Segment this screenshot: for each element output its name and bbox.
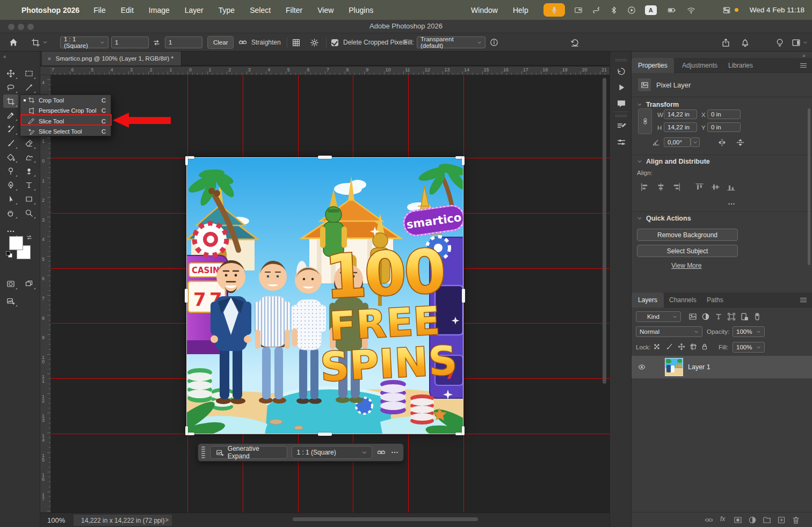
document-size-readout[interactable]: 14,222 in x 14,222 in (72 ppi) — [74, 515, 172, 526]
filter-pixel-layers-icon[interactable] — [688, 312, 697, 321]
home-screen-button[interactable] — [9, 38, 18, 47]
menu-plugins[interactable]: Plugins — [349, 6, 373, 14]
crop-handle-bottom-center[interactable] — [318, 433, 332, 436]
crop-handle-bottom-right-v[interactable] — [462, 426, 465, 435]
clear-button[interactable]: Clear — [207, 36, 234, 49]
search-icon[interactable] — [758, 38, 767, 47]
share-icon[interactable] — [721, 38, 730, 47]
lock-all-icon[interactable] — [701, 343, 708, 350]
properties-menu-icon[interactable] — [799, 61, 808, 70]
select-subject-button[interactable]: Select Subject — [637, 245, 738, 257]
remove-background-button[interactable]: Remove Background — [637, 229, 738, 241]
wifi-icon[interactable] — [687, 6, 695, 14]
tab-layers[interactable]: Layers — [632, 292, 664, 308]
discover-lightbulb-icon[interactable] — [775, 38, 784, 47]
crop-tool-preset-icon[interactable] — [31, 38, 40, 47]
dodge-tool[interactable] — [3, 164, 18, 178]
bluetooth-icon[interactable] — [610, 6, 618, 14]
notifications-bell-icon[interactable] — [741, 38, 750, 47]
vertical-scrollbar[interactable] — [603, 78, 606, 384]
horizontal-scrollbar[interactable] — [293, 517, 478, 521]
canvas-viewport[interactable]: CASINO 7 7 — [51, 75, 610, 513]
control-center-icon[interactable] — [722, 6, 731, 14]
menu-select[interactable]: Select — [250, 6, 271, 14]
foreground-color-swatch[interactable] — [9, 236, 23, 250]
align-middle-v-icon[interactable] — [711, 182, 720, 192]
canvas-image[interactable]: CASINO 7 7 — [187, 158, 463, 434]
tab-properties[interactable]: Properties — [632, 58, 674, 73]
crop-handle-bottom-left-v[interactable] — [185, 426, 188, 435]
zoom-level[interactable]: 100% — [47, 516, 65, 524]
microphone-status-button[interactable] — [543, 3, 565, 17]
tab-adjustments[interactable]: Adjustments — [676, 58, 724, 73]
burn-tool[interactable] — [21, 164, 37, 178]
blend-mode-select[interactable]: Normal — [636, 326, 702, 337]
generative-expand-button[interactable]: Generative Expand — [210, 446, 288, 459]
app-menu[interactable]: Photoshop 2026 — [21, 6, 79, 14]
filter-toggle-icon[interactable] — [753, 312, 762, 321]
add-mask-icon[interactable] — [734, 516, 742, 524]
menubar-clock[interactable]: Wed 4 Feb 11:18 — [750, 6, 804, 14]
menu-item-slice-select-tool[interactable]: Slice Select ToolC — [20, 127, 111, 137]
filter-shape-layers-icon[interactable] — [727, 312, 736, 321]
properties-scrollbar[interactable] — [808, 108, 810, 265]
menu-edit[interactable]: Edit — [121, 6, 134, 14]
crop-width-input[interactable] — [111, 36, 149, 48]
layer-row-layer1[interactable]: 100 Layer 1 — [632, 356, 812, 378]
menu-type[interactable]: Type — [219, 6, 235, 14]
height-input[interactable]: 14,22 in — [664, 122, 697, 132]
flip-vertical-icon[interactable] — [736, 138, 745, 147]
eyedropper-tool[interactable] — [3, 108, 18, 122]
menu-item-crop-tool[interactable]: Crop ToolC — [20, 95, 111, 106]
taskbar-ratio-select[interactable]: 1 : 1 (Square) — [292, 446, 372, 459]
link-layers-icon[interactable] — [705, 516, 713, 524]
zoom-tool[interactable] — [21, 206, 37, 219]
crop-handle-right-center[interactable] — [462, 289, 465, 303]
screen-mode-button[interactable] — [21, 277, 37, 290]
lock-artboard-icon[interactable] — [690, 343, 697, 350]
lasso-tool[interactable] — [3, 80, 18, 94]
transform-section-header[interactable]: Transform — [637, 101, 679, 108]
taskbar-grip-handle[interactable] — [201, 447, 206, 458]
straighten-label[interactable]: Straighten — [251, 39, 281, 46]
align-bottom-icon[interactable] — [727, 182, 736, 192]
rectangle-tool[interactable] — [21, 192, 37, 206]
menu-layer[interactable]: Layer — [185, 6, 204, 14]
strip-grip[interactable] — [615, 59, 627, 61]
menu-help[interactable]: Help — [513, 6, 528, 14]
tab-paths[interactable]: Paths — [700, 292, 730, 308]
delete-layer-icon[interactable] — [792, 516, 800, 524]
battery-icon[interactable] — [666, 6, 678, 14]
flip-horizontal-icon[interactable] — [717, 138, 727, 147]
menu-filter[interactable]: Filter — [286, 6, 302, 14]
shortcuts-icon[interactable] — [592, 6, 600, 14]
taskbar-more-icon[interactable] — [390, 448, 399, 457]
adjustments-panel-icon[interactable] — [617, 137, 626, 147]
align-more-icon[interactable] — [727, 200, 736, 208]
strip-grip-2[interactable] — [615, 115, 627, 117]
quick-actions-header[interactable]: Quick Actions — [637, 215, 691, 222]
menu-window[interactable]: Window — [471, 6, 498, 14]
filter-smart-objects-icon[interactable] — [740, 312, 749, 321]
fill-mode-select[interactable]: Transparent (default) — [417, 36, 485, 48]
crop-tool-selected[interactable] — [3, 94, 18, 108]
status-chevron[interactable]: > — [165, 516, 169, 524]
screen-mirroring-icon[interactable] — [574, 6, 583, 14]
crop-handle-left-center[interactable] — [185, 289, 188, 303]
new-group-icon[interactable] — [763, 516, 771, 524]
align-section-header[interactable]: Align and Distribute — [637, 158, 710, 165]
move-tool[interactable] — [3, 67, 18, 80]
eraser-tool[interactable] — [21, 136, 37, 150]
history-panel-icon[interactable] — [617, 67, 626, 76]
close-tab-icon[interactable]: × — [47, 55, 52, 63]
layer-filter-kind-select[interactable]: Kind — [636, 311, 681, 322]
fill-amount-select[interactable]: 100% — [733, 342, 765, 353]
delete-cropped-pixels-checkbox[interactable] — [331, 39, 338, 46]
pen-tool[interactable] — [3, 178, 18, 192]
new-adjustment-layer-icon[interactable] — [748, 516, 757, 524]
crop-height-input[interactable] — [165, 36, 202, 48]
reset-icon[interactable] — [570, 38, 579, 47]
straighten-icon[interactable] — [238, 38, 248, 47]
layers-menu-icon[interactable] — [799, 296, 808, 304]
crop-overlay-icon[interactable] — [292, 38, 301, 47]
